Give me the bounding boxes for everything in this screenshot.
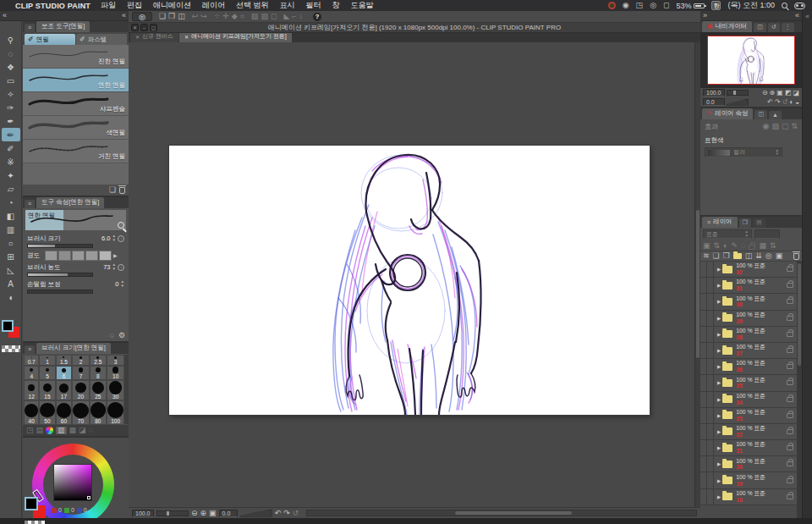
- nav-rotate-value[interactable]: 0.0: [703, 98, 725, 106]
- layer-checkbox-cell[interactable]: [707, 440, 714, 455]
- reset-rotation-icon[interactable]: ↺: [293, 510, 299, 517]
- color-mixing-tab-icon[interactable]: ▥: [56, 427, 67, 434]
- zoom-window-button[interactable]: ◻: [150, 24, 157, 31]
- tone-effect-icon[interactable]: ▨: [771, 123, 779, 130]
- transform-icon[interactable]: ⌗: [240, 13, 244, 20]
- battery-indicator[interactable]: 53%: [676, 2, 705, 10]
- layer-row[interactable]: ▶ 100 % 표준 23: [700, 408, 797, 424]
- stepper-icon[interactable]: ▲▼: [121, 280, 124, 287]
- pen-tool[interactable]: ✒: [2, 114, 20, 128]
- horizontal-scrollbar[interactable]: [306, 510, 697, 516]
- brush-size-cell[interactable]: 8: [90, 366, 107, 380]
- main-color-swatch[interactable]: [2, 320, 14, 332]
- brush-size-cell[interactable]: 12: [24, 380, 39, 401]
- frame-border-tool[interactable]: ⊞: [2, 250, 20, 263]
- lock-icon[interactable]: [787, 364, 793, 369]
- rotate-slider[interactable]: [240, 510, 272, 517]
- pencil-tool[interactable]: ✏: [2, 128, 20, 141]
- menu-item[interactable]: 애니메이션: [153, 0, 191, 11]
- subtool-group-tab[interactable]: ✐ 연필: [25, 34, 75, 45]
- layer-visibility-cell[interactable]: [700, 472, 707, 488]
- brush-size-cell[interactable]: 1: [39, 355, 55, 366]
- new-raster-layer-icon[interactable]: ❏: [713, 252, 720, 260]
- zoom-tool[interactable]: ⚲: [2, 33, 20, 47]
- brush-size-cell[interactable]: 10: [107, 366, 124, 380]
- lock-icon[interactable]: [787, 348, 793, 353]
- panel-menu-icon[interactable]: ≡: [25, 24, 35, 32]
- snap-grid-icon[interactable]: ⌐: [292, 13, 296, 20]
- help-button[interactable]: ?: [313, 13, 321, 21]
- layer-checkbox-cell[interactable]: [707, 424, 714, 439]
- layer-row[interactable]: ▶ 100 % 표준 26: [700, 359, 797, 375]
- dynamics-icon[interactable]: ◔: [118, 235, 124, 242]
- color-set-tab-icon[interactable]: ◳: [26, 427, 34, 434]
- decoration-tool[interactable]: ✦: [2, 168, 20, 182]
- history-tab-icon[interactable]: ↺: [768, 23, 780, 32]
- brush-size-cell[interactable]: 5: [39, 366, 55, 380]
- brush-size-cell[interactable]: 100: [107, 400, 124, 425]
- palette-drawer-icon[interactable]: ≋: [703, 252, 710, 260]
- brush-list-item[interactable]: 연한 연필: [23, 69, 129, 92]
- stabilization-slider[interactable]: [27, 290, 93, 294]
- layer-checkbox-cell[interactable]: [707, 343, 714, 358]
- expand-folder-icon[interactable]: ▶: [717, 348, 721, 353]
- magnifier-icon[interactable]: [118, 222, 124, 229]
- layer-list-scrollbar[interactable]: [797, 262, 802, 518]
- menu-app-name[interactable]: CLIP STUDIO PAINT: [15, 2, 91, 10]
- new-subtool-icon[interactable]: ❏: [109, 186, 116, 194]
- stepper-icon[interactable]: ▲▼: [112, 263, 116, 270]
- saturation-value-square[interactable]: [54, 465, 91, 500]
- brush-list-item[interactable]: 거친 연필: [23, 140, 129, 163]
- menu-item[interactable]: 선택 범위: [236, 0, 269, 11]
- expand-selection-icon[interactable]: ▨: [261, 13, 268, 20]
- layer-checkbox-cell[interactable]: [707, 311, 714, 326]
- border-effect-icon[interactable]: ◉: [763, 123, 770, 130]
- collapse-left-icon[interactable]: «: [3, 12, 7, 19]
- selection-tool[interactable]: ▭: [2, 74, 20, 87]
- approx-color-tab-icon[interactable]: ▦: [69, 427, 77, 434]
- brush-size-cell[interactable]: 80: [90, 400, 107, 425]
- brush-size-cell[interactable]: 4: [24, 366, 39, 380]
- layer-visibility-cell[interactable]: [700, 456, 707, 472]
- color-wheel-tab-icon[interactable]: [46, 427, 53, 434]
- delete-subtool-icon[interactable]: [119, 187, 125, 194]
- ruler-tool[interactable]: ◺: [2, 263, 20, 277]
- selection-border-icon[interactable]: ◻: [271, 13, 277, 20]
- eraser-tool[interactable]: ▱: [2, 182, 20, 196]
- opacity-stepper-icon[interactable]: ⇅: [714, 242, 721, 250]
- lock-icon[interactable]: [787, 380, 793, 385]
- layer-checkbox-cell[interactable]: [707, 359, 714, 374]
- layer-checkbox-cell[interactable]: [707, 278, 714, 293]
- layer-row[interactable]: ▶ 100 % 표준 27: [700, 343, 797, 359]
- nav-actual-size-icon[interactable]: ▣: [776, 90, 783, 97]
- layer-row[interactable]: ▶ 100 % 표준 21: [700, 440, 797, 456]
- layer-visibility-cell[interactable]: [700, 392, 707, 407]
- nav-flip-h-icon[interactable]: ◐: [789, 99, 793, 106]
- balloon-tool[interactable]: ◖: [2, 290, 20, 304]
- layer-visibility-cell[interactable]: [700, 408, 707, 423]
- layer-row[interactable]: ▶ 100 % 표준 22: [700, 424, 797, 440]
- expand-folder-icon[interactable]: ▶: [717, 316, 721, 321]
- stepper-icon[interactable]: ▲▼: [112, 234, 116, 241]
- layer-row[interactable]: ▶ 100 % 표준 18: [700, 489, 797, 505]
- move-selection-icon[interactable]: ✛: [222, 13, 229, 20]
- navigator-thumbnail[interactable]: [707, 36, 795, 85]
- dock-collapse-strip[interactable]: «: [802, 11, 812, 518]
- layer-visibility-cell[interactable]: [700, 424, 707, 439]
- expand-dock-icon[interactable]: »: [703, 12, 707, 19]
- layer-search-tab-icon[interactable]: ❐: [739, 218, 751, 228]
- auto-select-tool[interactable]: ✧: [2, 87, 20, 101]
- menu-item[interactable]: 도움말: [351, 0, 374, 11]
- expand-folder-icon[interactable]: ▶: [717, 397, 721, 402]
- save-file-icon[interactable]: ◫: [178, 13, 185, 20]
- brush-size-cell[interactable]: 7: [72, 366, 89, 380]
- layer-visibility-cell[interactable]: [700, 262, 707, 277]
- tool-nav-tab-icon[interactable]: ▲: [769, 111, 782, 119]
- nav-zoom-in-icon[interactable]: ⊕: [770, 90, 776, 97]
- prop-value[interactable]: 0: [115, 280, 118, 288]
- layer-row[interactable]: ▶ 100 % 표준 32: [700, 262, 797, 278]
- delete-layer-icon[interactable]: [793, 253, 799, 260]
- lock-icon[interactable]: [787, 332, 793, 337]
- layer-row[interactable]: ▶ 100 % 표준 31: [700, 278, 797, 294]
- expand-folder-icon[interactable]: ▶: [717, 299, 721, 304]
